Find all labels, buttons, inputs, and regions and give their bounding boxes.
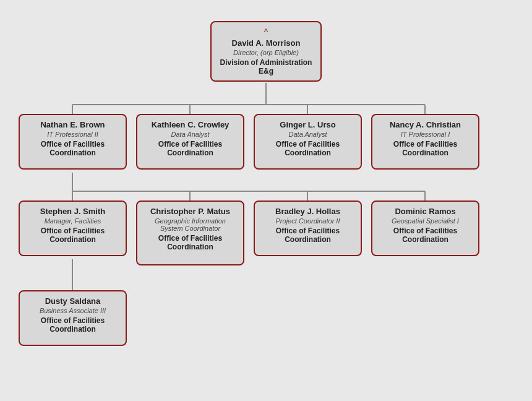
stephen-title: Manager, Facilities [26, 217, 119, 225]
ginger-title: Data Analyst [261, 131, 354, 138]
nathan-dept: Office of Facilities Coordination [26, 140, 119, 157]
nathan-title: IT Professional II [26, 131, 119, 138]
node-christopher: Christopher P. Matus Geographic Informat… [136, 200, 244, 265]
nancy-dept: Office of Facilities Coordination [379, 140, 472, 157]
dominic-name: Dominic Ramos [379, 207, 472, 216]
root-node: ^ David A. Morrison Director, (orp Eligi… [210, 21, 322, 82]
up-arrow-icon: ^ [218, 27, 314, 37]
root-title: Director, (orp Eligible) [218, 49, 314, 56]
bradley-title: Project Coordinator II [261, 217, 354, 225]
node-dominic: Dominic Ramos Geospatial Specialist I Of… [371, 200, 479, 256]
nancy-title: IT Professional I [379, 131, 472, 138]
kathleen-name: Kathleen C. Crowley [144, 120, 237, 129]
nancy-name: Nancy A. Christian [379, 120, 472, 129]
bradley-name: Bradley J. Hollas [261, 207, 354, 216]
node-nancy: Nancy A. Christian IT Professional I Off… [371, 114, 479, 170]
nathan-name: Nathan E. Brown [26, 120, 119, 129]
node-nathan: Nathan E. Brown IT Professional II Offic… [19, 114, 127, 170]
dominic-title: Geospatial Specialist I [379, 217, 472, 225]
stephen-name: Stephen J. Smith [26, 207, 119, 216]
org-chart: ^ David A. Morrison Director, (orp Eligi… [12, 9, 520, 392]
node-ginger: Ginger L. Urso Data Analyst Office of Fa… [254, 114, 362, 170]
node-bradley: Bradley J. Hollas Project Coordinator II… [254, 200, 362, 256]
dusty-name: Dusty Saldana [26, 296, 119, 306]
node-kathleen: Kathleen C. Crowley Data Analyst Office … [136, 114, 244, 170]
ginger-name: Ginger L. Urso [261, 120, 354, 129]
ginger-dept: Office of Facilities Coordination [261, 140, 354, 157]
bradley-dept: Office of Facilities Coordination [261, 226, 354, 244]
node-dusty: Dusty Saldana Business Associate III Off… [19, 290, 127, 346]
christopher-title: Geographic Information System Coordinato… [144, 217, 237, 232]
christopher-name: Christopher P. Matus [144, 207, 237, 216]
dusty-dept: Office of Facilities Coordination [26, 316, 119, 334]
root-dept: Division of Administration E&g [218, 58, 314, 75]
dominic-dept: Office of Facilities Coordination [379, 226, 472, 244]
root-name: David A. Morrison [218, 38, 314, 48]
christopher-dept: Office of Facilities Coordination [144, 234, 237, 251]
kathleen-title: Data Analyst [144, 131, 237, 138]
node-stephen: Stephen J. Smith Manager, Facilities Off… [19, 200, 127, 256]
stephen-dept: Office of Facilities Coordination [26, 226, 119, 244]
dusty-title: Business Associate III [26, 307, 119, 314]
kathleen-dept: Office of Facilities Coordination [144, 140, 237, 157]
